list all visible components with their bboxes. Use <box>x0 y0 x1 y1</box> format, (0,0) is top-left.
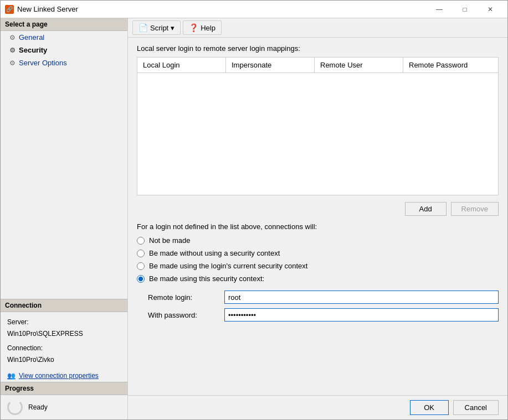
with-password-label: With password: <box>148 311 220 319</box>
col-impersonate: Impersonate <box>226 58 315 72</box>
server-options-label: Server Options <box>19 59 67 67</box>
view-connection-link[interactable]: 👥 View connection properties <box>1 370 127 382</box>
connection-label: Connection: Win10Pro\Zivko <box>7 343 121 365</box>
server-value: Win10Pro\SQLEXPRESS <box>7 330 83 338</box>
remote-login-input[interactable] <box>224 291 499 304</box>
ok-button[interactable]: OK <box>410 400 449 415</box>
sidebar-item-security[interactable]: ⚙ Security <box>1 44 127 56</box>
main-content: Select a page ⚙ General ⚙ Security ⚙ Ser… <box>1 18 507 419</box>
radio-without-security[interactable]: Be made without using a security context <box>137 249 499 257</box>
script-button[interactable]: 📄 Script ▾ <box>132 20 181 35</box>
content-inner: Local server login to remote server logi… <box>128 38 507 395</box>
login-mappings-table: Local Login Impersonate Remote User Remo… <box>137 57 499 195</box>
add-button[interactable]: Add <box>405 202 447 216</box>
radio-this-security[interactable]: Be made using this security context: <box>137 274 499 283</box>
window-icon: 🔗 <box>5 5 14 14</box>
general-label: General <box>19 33 44 42</box>
add-remove-row: Add Remove <box>137 202 499 216</box>
minimize-button[interactable]: — <box>427 1 452 18</box>
connection-details: Server: Win10Pro\SQLEXPRESS Connection: … <box>1 312 127 370</box>
connections-label: For a login not defined in the list abov… <box>137 222 499 231</box>
form-fields: Remote login: With password: <box>148 291 499 322</box>
general-icon: ⚙ <box>9 34 16 42</box>
col-remote-password: Remote Password <box>403 58 498 72</box>
col-local-login: Local Login <box>137 58 226 72</box>
radio-this-security-input[interactable] <box>137 275 145 283</box>
sidebar-item-server-options[interactable]: ⚙ Server Options <box>1 56 127 69</box>
title-bar: 🔗 New Linked Server — □ ✕ <box>1 1 507 18</box>
connection-link-icon: 👥 <box>7 372 16 380</box>
script-dropdown-icon: ▾ <box>171 24 175 32</box>
progress-spinner <box>7 400 23 415</box>
window-title: New Linked Server <box>17 5 427 13</box>
toolbar: 📄 Script ▾ ❓ Help <box>128 18 507 38</box>
security-label: Security <box>19 46 47 54</box>
radio-current-security[interactable]: Be made using the login's current securi… <box>137 262 499 270</box>
table-header: Local Login Impersonate Remote User Remo… <box>137 58 498 73</box>
footer: OK Cancel <box>128 395 507 419</box>
radio-without-security-input[interactable] <box>137 250 145 257</box>
with-password-input[interactable] <box>224 308 499 322</box>
table-body <box>137 73 498 195</box>
sidebar: Select a page ⚙ General ⚙ Security ⚙ Ser… <box>1 18 128 419</box>
maximize-button[interactable]: □ <box>452 1 478 18</box>
radio-group: Not be made Be made without using a secu… <box>137 236 499 283</box>
remote-login-label: Remote login: <box>148 293 220 302</box>
connection-value: Win10Pro\Zivko <box>7 356 54 364</box>
help-button[interactable]: ❓ Help <box>183 20 222 35</box>
progress-header: Progress <box>1 382 127 395</box>
radio-current-security-label: Be made using the login's current securi… <box>149 262 307 270</box>
login-section: For a login not defined in the list abov… <box>137 222 499 322</box>
mappings-label: Local server login to remote server logi… <box>137 44 499 53</box>
window-controls: — □ ✕ <box>427 1 503 18</box>
cancel-button[interactable]: Cancel <box>453 400 499 415</box>
radio-current-security-input[interactable] <box>137 262 145 270</box>
radio-not-made-input[interactable] <box>137 237 145 245</box>
help-icon: ❓ <box>189 23 198 32</box>
server-label: Server: Win10Pro\SQLEXPRESS <box>7 317 121 339</box>
progress-status: Ready <box>28 403 48 411</box>
remove-button[interactable]: Remove <box>451 202 499 216</box>
sidebar-item-general[interactable]: ⚙ General <box>1 31 127 44</box>
close-button[interactable]: ✕ <box>478 1 503 18</box>
radio-without-security-label: Be made without using a security context <box>149 249 280 257</box>
radio-this-security-label: Be made using this security context: <box>149 274 264 283</box>
radio-not-made-label: Not be made <box>149 236 190 245</box>
security-icon: ⚙ <box>9 46 16 54</box>
connection-header: Connection <box>1 299 127 312</box>
remote-login-row: Remote login: <box>148 291 499 304</box>
main-window: 🔗 New Linked Server — □ ✕ Select a page … <box>0 0 508 420</box>
radio-not-made[interactable]: Not be made <box>137 236 499 245</box>
script-icon: 📄 <box>138 23 148 32</box>
content-area: 📄 Script ▾ ❓ Help Local server login to … <box>128 18 507 419</box>
with-password-row: With password: <box>148 308 499 322</box>
progress-area: Ready <box>1 395 127 419</box>
select-page-header: Select a page <box>1 18 127 31</box>
col-remote-user: Remote User <box>315 58 403 72</box>
server-options-icon: ⚙ <box>9 59 16 67</box>
